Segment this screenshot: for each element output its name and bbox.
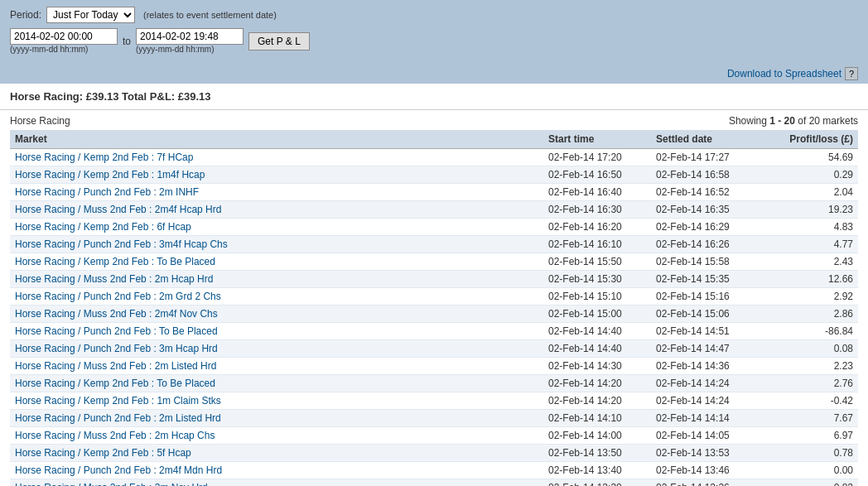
pnl-cell: 6.97 — [759, 427, 858, 445]
market-link[interactable]: Horse Racing / Kemp 2nd Feb : 5f Hcap — [15, 447, 191, 459]
market-cell: Horse Racing / Muss 2nd Feb : 2m Listed … — [10, 358, 543, 375]
settled-date-cell: 02-Feb-14 14:47 — [651, 340, 759, 358]
start-time-cell: 02-Feb-14 14:40 — [543, 323, 651, 340]
market-link[interactable]: Horse Racing / Kemp 2nd Feb : 6f Hcap — [15, 221, 191, 233]
pnl-cell: 2.43 — [759, 253, 858, 271]
settled-date-cell: 02-Feb-14 13:53 — [651, 445, 759, 462]
pnl-cell: 4.83 — [759, 219, 858, 236]
settled-date-cell: 02-Feb-14 16:52 — [651, 184, 759, 201]
start-time-cell: 02-Feb-14 14:00 — [543, 427, 651, 445]
market-cell: Horse Racing / Punch 2nd Feb : To Be Pla… — [10, 323, 543, 340]
to-date-hint: (yyyy-mm-dd hh:mm) — [136, 45, 244, 54]
pnl-cell: 4.77 — [759, 236, 858, 253]
table-row: Horse Racing / Punch 2nd Feb : 3m Hcap H… — [10, 340, 858, 358]
settled-date-cell: 02-Feb-14 15:35 — [651, 271, 759, 288]
settled-date-cell: 02-Feb-14 14:24 — [651, 392, 759, 410]
market-link[interactable]: Horse Racing / Punch 2nd Feb : 2m4f Mdn … — [15, 464, 222, 476]
pnl-cell: -86.84 — [759, 323, 858, 340]
table-row: Horse Racing / Muss 2nd Feb : 2m4f Nov C… — [10, 306, 858, 323]
start-time-cell: 02-Feb-14 14:10 — [543, 410, 651, 427]
start-time-cell: 02-Feb-14 13:50 — [543, 445, 651, 462]
market-link[interactable]: Horse Racing / Kemp 2nd Feb : 7f HCap — [15, 152, 193, 163]
pnl-cell: 2.92 — [759, 288, 858, 306]
market-cell: Horse Racing / Muss 2nd Feb : 3m Nov Hrd — [10, 479, 543, 487]
settled-date-cell: 02-Feb-14 13:36 — [651, 479, 759, 487]
start-time-cell: 02-Feb-14 13:40 — [543, 462, 651, 479]
market-cell: Horse Racing / Muss 2nd Feb : 2m4f Nov C… — [10, 306, 543, 323]
market-link[interactable]: Horse Racing / Punch 2nd Feb : 2m Grd 2 … — [15, 291, 221, 302]
get-pl-button[interactable]: Get P & L — [248, 32, 310, 51]
col-pnl: Profit/loss (£) — [759, 130, 858, 149]
period-select[interactable]: Just For Today Yesterday Last 7 Days Las… — [46, 7, 135, 23]
market-cell: Horse Racing / Punch 2nd Feb : 2m INHF — [10, 184, 543, 201]
table-row: Horse Racing / Punch 2nd Feb : 2m INHF02… — [10, 184, 858, 201]
table-row: Horse Racing / Punch 2nd Feb : 3m4f Hcap… — [10, 236, 858, 253]
market-cell: Horse Racing / Punch 2nd Feb : 3m Hcap H… — [10, 340, 543, 358]
download-link[interactable]: Download to Spreadsheet — [727, 68, 841, 79]
market-link[interactable]: Horse Racing / Muss 2nd Feb : 2m Hcap Hr… — [15, 273, 213, 285]
from-date-hint: (yyyy-mm-dd hh:mm) — [10, 45, 118, 54]
from-date-input[interactable] — [10, 28, 118, 45]
market-link[interactable]: Horse Racing / Punch 2nd Feb : 3m4f Hcap… — [15, 238, 228, 250]
pnl-cell: 19.23 — [759, 201, 858, 219]
top-panel: Period: Just For Today Yesterday Last 7 … — [0, 0, 868, 62]
table-row: Horse Racing / Muss 2nd Feb : 3m Nov Hrd… — [10, 479, 858, 487]
pnl-cell: 0.08 — [759, 340, 858, 358]
pnl-cell: 2.04 — [759, 184, 858, 201]
settled-date-cell: 02-Feb-14 15:16 — [651, 288, 759, 306]
market-cell: Horse Racing / Muss 2nd Feb : 2m4f Hcap … — [10, 201, 543, 219]
settled-date-cell: 02-Feb-14 16:35 — [651, 201, 759, 219]
table-row: Horse Racing / Muss 2nd Feb : 2m4f Hcap … — [10, 201, 858, 219]
settled-date-cell: 02-Feb-14 15:06 — [651, 306, 759, 323]
table-row: Horse Racing / Kemp 2nd Feb : To Be Plac… — [10, 375, 858, 392]
market-cell: Horse Racing / Kemp 2nd Feb : To Be Plac… — [10, 375, 543, 392]
table-row: Horse Racing / Kemp 2nd Feb : 5f Hcap02-… — [10, 445, 858, 462]
market-cell: Horse Racing / Kemp 2nd Feb : 5f Hcap — [10, 445, 543, 462]
pnl-cell: -0.82 — [759, 479, 858, 487]
showing-range: 1 - 20 — [769, 115, 795, 127]
settled-date-cell: 02-Feb-14 13:46 — [651, 462, 759, 479]
pnl-cell: 12.66 — [759, 271, 858, 288]
market-link[interactable]: Horse Racing / Muss 2nd Feb : 2m Listed … — [15, 360, 216, 372]
showing-text: Showing 1 - 20 of 20 markets — [729, 115, 858, 127]
to-date-input[interactable] — [136, 28, 244, 45]
market-link[interactable]: Horse Racing / Muss 2nd Feb : 2m Hcap Ch… — [15, 430, 215, 441]
market-cell: Horse Racing / Punch 2nd Feb : 3m4f Hcap… — [10, 236, 543, 253]
pnl-cell: 0.78 — [759, 445, 858, 462]
table-row: Horse Racing / Kemp 2nd Feb : 1m Claim S… — [10, 392, 858, 410]
market-link[interactable]: Horse Racing / Punch 2nd Feb : 3m Hcap H… — [15, 343, 218, 354]
col-market: Market — [10, 130, 543, 149]
pnl-cell: -0.42 — [759, 392, 858, 410]
summary-bar: Horse Racing: £39.13 Total P&L: £39.13 — [0, 84, 868, 110]
pnl-cell: 2.23 — [759, 358, 858, 375]
market-link[interactable]: Horse Racing / Muss 2nd Feb : 2m4f Hcap … — [15, 204, 221, 215]
table-row: Horse Racing / Punch 2nd Feb : 2m Grd 2 … — [10, 288, 858, 306]
download-row: Download to Spreadsheet ? — [0, 62, 868, 84]
start-time-cell: 02-Feb-14 16:50 — [543, 166, 651, 184]
market-cell: Horse Racing / Muss 2nd Feb : 2m Hcap Hr… — [10, 271, 543, 288]
market-link[interactable]: Horse Racing / Kemp 2nd Feb : To Be Plac… — [15, 256, 215, 267]
market-link[interactable]: Horse Racing / Kemp 2nd Feb : 1m Claim S… — [15, 395, 221, 407]
pnl-cell: 7.67 — [759, 410, 858, 427]
table-row: Horse Racing / Muss 2nd Feb : 2m Hcap Hr… — [10, 271, 858, 288]
pnl-cell: 0.29 — [759, 166, 858, 184]
settled-date-cell: 02-Feb-14 14:51 — [651, 323, 759, 340]
to-label: to — [123, 36, 131, 47]
table-row: Horse Racing / Punch 2nd Feb : 2m4f Mdn … — [10, 462, 858, 479]
market-cell: Horse Racing / Kemp 2nd Feb : 7f HCap — [10, 149, 543, 166]
help-button[interactable]: ? — [845, 67, 858, 80]
market-link[interactable]: Horse Racing / Punch 2nd Feb : 2m INHF — [15, 186, 199, 198]
market-link[interactable]: Horse Racing / Punch 2nd Feb : 2m Listed… — [15, 412, 221, 424]
table-row: Horse Racing / Kemp 2nd Feb : 6f Hcap02-… — [10, 219, 858, 236]
table-row: Horse Racing / Punch 2nd Feb : To Be Pla… — [10, 323, 858, 340]
table-row: Horse Racing / Kemp 2nd Feb : 1m4f Hcap0… — [10, 166, 858, 184]
settled-date-cell: 02-Feb-14 16:58 — [651, 166, 759, 184]
market-link[interactable]: Horse Racing / Kemp 2nd Feb : 1m4f Hcap — [15, 169, 205, 180]
start-time-cell: 02-Feb-14 17:20 — [543, 149, 651, 166]
relates-note: (relates to event settlement date) — [143, 10, 277, 20]
market-link[interactable]: Horse Racing / Muss 2nd Feb : 2m4f Nov C… — [15, 308, 218, 320]
start-time-cell: 02-Feb-14 16:40 — [543, 184, 651, 201]
market-link[interactable]: Horse Racing / Punch 2nd Feb : To Be Pla… — [15, 325, 218, 337]
market-link[interactable]: Horse Racing / Kemp 2nd Feb : To Be Plac… — [15, 378, 215, 389]
market-link[interactable]: Horse Racing / Muss 2nd Feb : 3m Nov Hrd — [15, 482, 208, 486]
